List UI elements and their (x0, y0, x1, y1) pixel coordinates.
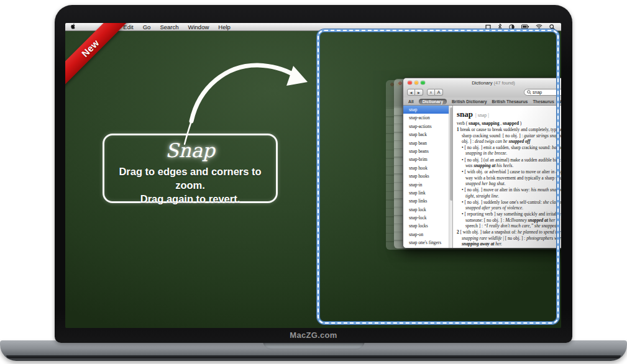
brand-watermark: MacZG.com (55, 330, 572, 340)
dict-tab-british-thesaurus[interactable]: British Thesaurus (492, 99, 528, 104)
laptop-base (0, 340, 627, 361)
dictionary-toolbar: ◀ ▶ A A snap (403, 87, 561, 98)
dict-tabbar: AllDictionaryBritish DictionaryBritish T… (403, 98, 561, 106)
sign-instruction-1: Drag to edges and corners to zoom. (104, 165, 276, 192)
sign-instruction-2: Drag again to revert. (104, 192, 276, 206)
sidebar-item[interactable]: snap hooks (403, 172, 449, 180)
dict-tab-dictionary[interactable]: Dictionary (419, 99, 447, 104)
new-ribbon: New (65, 23, 137, 95)
definition-paragraph: • [ no obj. ] (of an animal) make a sudd… (457, 157, 561, 169)
sidebar-item[interactable]: snap-in (403, 181, 449, 189)
sidebar-item[interactable]: snap back (403, 130, 449, 139)
result-count: (47 found) (494, 80, 515, 86)
menu-item-window[interactable]: Window (188, 24, 209, 30)
definition-paragraph: • [ no obj. ] suddenly lose one's self-c… (457, 199, 561, 211)
dictionary-window[interactable]: Dictionary (47 found) ◀ ▶ A A snap (403, 78, 561, 248)
menu-item-search[interactable]: Search (160, 24, 178, 30)
definition-paragraph: • [ reporting verb ] say something quick… (457, 211, 561, 229)
spotlight-search-icon[interactable] (549, 24, 555, 30)
sidebar-scrollbar[interactable] (449, 106, 453, 248)
definition-paragraph: 3 [ with obj. ] Football put (the ball) … (457, 247, 561, 248)
sidebar-item[interactable]: snap-on (403, 230, 449, 239)
definition-paragraph: 2 [ with obj. ] take a snapshot of: he p… (457, 229, 561, 247)
sidebar-item[interactable]: snap lock (403, 206, 449, 214)
pronunciation: | snap | (475, 112, 489, 118)
dict-tab-british-dictionary[interactable]: British Dictionary (452, 99, 487, 104)
dict-tab-all[interactable]: All (408, 99, 414, 104)
sidebar-item[interactable]: snap-actions (403, 122, 449, 130)
dict-definition: verb ( snaps, snapping , snapped )1 brea… (457, 121, 561, 248)
sidebar-item[interactable]: snap-brim (403, 155, 449, 163)
sidebar-item[interactable]: snap beans (403, 147, 449, 155)
contrast-icon[interactable] (509, 24, 515, 30)
wifi-icon[interactable] (536, 24, 542, 29)
snap-window-icon[interactable] (485, 24, 491, 30)
sidebar-item[interactable]: snap locks (403, 222, 449, 230)
new-ribbon-label: New (80, 37, 101, 59)
menubar: FileEditGoSearchWindowHelp (65, 23, 561, 31)
definition-paragraph: • [ no obj. ] move or alter in this way:… (457, 187, 561, 199)
chalk-sign: Snap Drag to edges and corners to zoom. … (103, 134, 278, 203)
sidebar-item[interactable]: snap-action (403, 114, 449, 122)
dict-tab-thesaurus[interactable]: Thesaurus (533, 99, 554, 104)
dictionary-body: snapsnap-actionsnap-actionssnap backsnap… (403, 106, 561, 248)
sidebar-item[interactable]: snap hook (403, 164, 449, 172)
sidebar-item[interactable]: snap one's fingers (403, 239, 449, 247)
menubar-status-icons (485, 24, 555, 30)
promo-canvas: FileEditGoSearchWindowHelp New (0, 0, 627, 364)
forward-button[interactable]: ▶ (415, 89, 423, 96)
bluetooth-icon[interactable] (498, 24, 502, 30)
menu-item-help[interactable]: Help (218, 24, 231, 30)
definition-paragraph: 1 break or cause to break suddenly and c… (457, 127, 561, 144)
font-smaller-button[interactable]: A (427, 89, 435, 96)
dict-definition-pane: snap | snap | verb ( snaps, snapping , s… (453, 106, 561, 248)
search-value: snap (533, 90, 542, 94)
menu-item-go[interactable]: Go (143, 24, 151, 30)
screen: FileEditGoSearchWindowHelp New (65, 23, 561, 328)
battery-icon[interactable] (521, 24, 529, 29)
headword: snap | snap | (457, 108, 561, 119)
search-icon (527, 90, 531, 94)
sidebar-item[interactable]: snap links (403, 197, 449, 205)
app-title: Snap (104, 140, 276, 161)
dict-sidebar-list: snapsnap-actionsnap-actionssnap backsnap… (403, 106, 449, 248)
sidebar-item[interactable]: snap bean (403, 139, 449, 147)
sidebar-item[interactable]: snap-lock (403, 214, 449, 222)
sidebar-item[interactable]: snap (403, 106, 449, 114)
back-button[interactable]: ◀ (407, 89, 415, 96)
definition-paragraph: • [ no obj. ] emit a sudden, sharp crack… (457, 145, 561, 157)
font-larger-button[interactable]: A (435, 89, 443, 96)
apple-menu-icon[interactable] (71, 24, 76, 30)
sidebar-item[interactable]: snap link (403, 189, 449, 197)
scrollbar-thumb[interactable] (450, 107, 453, 201)
definition-paragraph: verb ( snaps, snapping , snapped ) (457, 121, 561, 126)
dictionary-titlebar[interactable]: Dictionary (47 found) (403, 78, 561, 87)
window-title: Dictionary (47 found) (403, 80, 561, 86)
definition-paragraph: • [ with obj. or adverbial ] cause to mo… (457, 169, 561, 186)
laptop-screen-bezel: FileEditGoSearchWindowHelp New (55, 5, 572, 343)
dict-tab-wikipedia[interactable]: Wikipedia (559, 99, 561, 104)
search-input[interactable]: snap (524, 89, 561, 96)
